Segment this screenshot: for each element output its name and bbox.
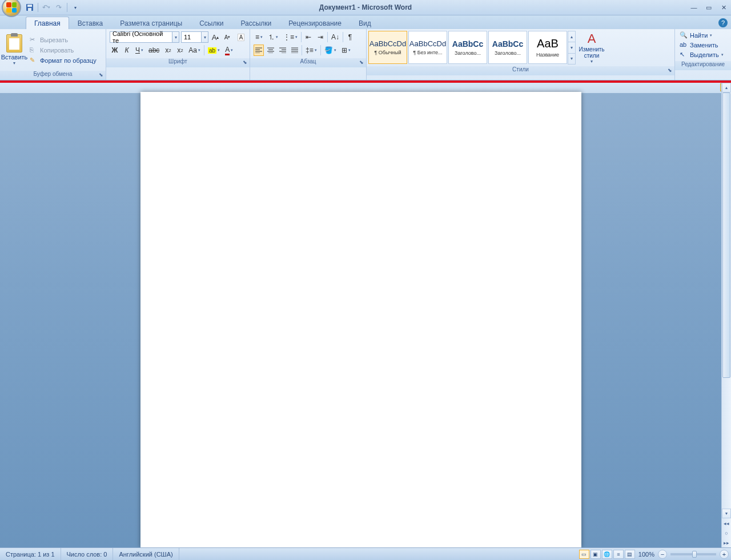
styles-expand[interactable]: ▾ — [568, 53, 575, 64]
paragraph-launcher[interactable]: ⬊ — [358, 59, 365, 66]
styles-launcher[interactable]: ⬊ — [666, 67, 673, 74]
font-name-combo[interactable]: Calibri (Основной те — [110, 31, 172, 43]
view-draft-button[interactable]: ▤ — [625, 550, 635, 559]
undo-button[interactable]: ↶▾ — [41, 2, 52, 13]
style-normal[interactable]: AaBbCcDd ¶ Обычный — [368, 31, 407, 64]
cut-label: Вырезать — [40, 37, 68, 43]
show-marks-button[interactable]: ¶ — [345, 31, 355, 43]
strikethrough-button[interactable]: abc — [147, 45, 161, 56]
superscript-button[interactable]: x2 — [175, 45, 185, 56]
cut-button[interactable]: ✂ Вырезать — [27, 35, 99, 45]
maximize-button[interactable]: ▭ — [704, 3, 714, 11]
style-preview: AaBbCc — [452, 39, 483, 49]
save-button[interactable] — [24, 2, 35, 13]
document-page[interactable] — [140, 92, 581, 547]
zoom-level[interactable]: 100% — [638, 551, 654, 558]
copy-label: Копировать — [40, 47, 74, 54]
zoom-slider-thumb[interactable] — [692, 551, 697, 558]
grow-font-button[interactable]: A▴ — [210, 31, 220, 43]
decrease-indent-button[interactable]: ⇤ — [303, 31, 314, 43]
select-button[interactable]: ↖ Выделить ▾ — [678, 50, 728, 59]
increase-indent-button[interactable]: ⇥ — [315, 31, 326, 43]
underline-button[interactable]: Ч▾ — [134, 45, 145, 56]
binoculars-icon: 🔍 — [680, 31, 688, 39]
group-clipboard: Вставить ▾ ✂ Вырезать ⎘ Копировать ✎ Фор… — [0, 29, 106, 80]
sort-button[interactable]: A↓ — [330, 31, 341, 43]
cursor-icon: ↖ — [680, 51, 688, 59]
paste-button[interactable]: Вставить ▾ — [2, 33, 26, 67]
tab-page-layout[interactable]: Разметка страницы — [111, 17, 191, 29]
highlight-button[interactable]: ab▾ — [206, 45, 222, 56]
scroll-track[interactable] — [722, 92, 731, 509]
styles-scroll-up[interactable]: ▴ — [568, 31, 575, 42]
borders-button[interactable]: ⊞▾ — [340, 45, 352, 56]
shrink-font-button[interactable]: A▾ — [222, 31, 232, 43]
font-color-button[interactable]: A▾ — [223, 45, 235, 56]
scroll-down-button[interactable]: ▾ — [722, 509, 731, 518]
view-web-layout-button[interactable]: 🌐 — [602, 550, 612, 559]
line-spacing-button[interactable]: ‡≡▾ — [304, 45, 319, 56]
font-size-combo[interactable]: 11 — [181, 31, 202, 43]
bullets-button[interactable]: ≡▾ — [254, 31, 264, 43]
view-full-screen-button[interactable]: ▣ — [591, 550, 601, 559]
clipboard-label-text: Буфер обмена — [34, 71, 73, 77]
close-button[interactable]: ✕ — [718, 3, 729, 11]
scroll-up-button[interactable]: ▴ — [722, 83, 731, 92]
tab-review[interactable]: Рецензирование — [280, 17, 350, 29]
status-word-count[interactable]: Число слов: 0 — [61, 548, 114, 560]
format-painter-label: Формат по образцу — [40, 57, 97, 64]
style-heading2[interactable]: AaBbCc Заголово... — [488, 31, 527, 64]
font-name-dropdown[interactable]: ▾ — [172, 31, 179, 43]
align-left-button[interactable] — [254, 45, 264, 56]
justify-button[interactable] — [290, 45, 300, 56]
tab-insert[interactable]: Вставка — [69, 17, 112, 29]
zoom-in-button[interactable]: + — [720, 550, 729, 559]
clipboard-launcher[interactable]: ⬊ — [98, 72, 105, 79]
office-button[interactable] — [2, 0, 21, 17]
find-button[interactable]: 🔍 Найти ▾ — [678, 31, 728, 40]
group-styles: AaBbCcDd ¶ Обычный AaBbCcDd ¶ Без инте..… — [367, 29, 675, 80]
format-painter-button[interactable]: ✎ Формат по образцу — [27, 56, 99, 65]
styles-scroll-down[interactable]: ▾ — [568, 42, 575, 53]
group-clipboard-label: Буфер обмена ⬊ — [0, 71, 106, 80]
previous-page-button[interactable]: ◂◂ — [722, 518, 731, 528]
next-page-button[interactable]: ▸▸ — [722, 538, 731, 547]
tab-references[interactable]: Ссылки — [191, 17, 232, 29]
shading-button[interactable]: 🪣▾ — [323, 45, 338, 56]
style-heading1[interactable]: AaBbCc Заголово... — [448, 31, 487, 64]
redo-button[interactable]: ↷ — [53, 2, 65, 13]
minimize-button[interactable]: — — [689, 3, 699, 11]
qat-customize-button[interactable]: ▾ — [70, 2, 81, 13]
font-launcher[interactable]: ⬊ — [242, 59, 248, 66]
view-print-layout-button[interactable]: ▭ — [579, 550, 589, 559]
change-case-button[interactable]: Aa▾ — [187, 45, 202, 56]
replace-button[interactable]: ab Заменить — [678, 41, 728, 50]
status-page[interactable]: Страница: 1 из 1 — [0, 548, 61, 560]
subscript-button[interactable]: x2 — [163, 45, 173, 56]
clear-formatting-button[interactable]: A — [236, 31, 246, 43]
zoom-out-button[interactable]: − — [658, 550, 667, 559]
style-no-spacing[interactable]: AaBbCcDd ¶ Без инте... — [408, 31, 447, 64]
italic-button[interactable]: К — [122, 45, 132, 56]
align-center-button[interactable] — [266, 45, 276, 56]
change-styles-button[interactable]: A Изменить стили ▾ — [576, 30, 608, 65]
tab-mailings[interactable]: Рассылки — [232, 17, 280, 29]
style-title[interactable]: AaB Название — [528, 31, 567, 64]
change-styles-icon: A — [588, 31, 596, 46]
zoom-slider[interactable] — [670, 553, 716, 555]
status-language[interactable]: Английский (США) — [113, 548, 179, 560]
browse-object-button[interactable]: ○ — [722, 528, 731, 538]
help-button[interactable]: ? — [718, 18, 728, 27]
scroll-thumb[interactable] — [722, 92, 730, 378]
multilevel-list-button[interactable]: ⋮≡▾ — [282, 31, 299, 43]
view-outline-button[interactable]: ≡ — [613, 550, 624, 559]
bold-button[interactable]: Ж — [110, 45, 120, 56]
numbering-button[interactable]: ⒈▾ — [266, 31, 280, 43]
tab-view[interactable]: Вид — [350, 17, 380, 29]
font-size-dropdown[interactable]: ▾ — [202, 31, 208, 43]
group-paragraph: ≡▾ ⒈▾ ⋮≡▾ ⇤ ⇥ A↓ ¶ — [250, 29, 367, 80]
clipboard-icon — [6, 34, 22, 53]
tab-home[interactable]: Главная — [26, 17, 69, 29]
align-right-button[interactable] — [278, 45, 288, 56]
copy-button[interactable]: ⎘ Копировать — [27, 46, 99, 55]
